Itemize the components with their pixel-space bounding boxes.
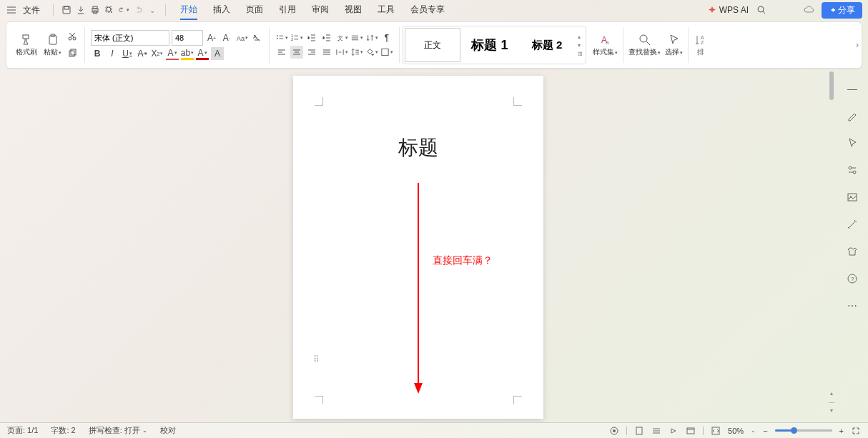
page-indicator[interactable]: 页面: 1/1 — [7, 425, 38, 436]
font-family-select[interactable] — [91, 30, 169, 46]
reading-view-icon[interactable] — [669, 426, 679, 436]
tools-icon[interactable] — [845, 217, 859, 232]
tab-start[interactable]: 开始 — [180, 1, 197, 20]
tab-insert[interactable]: 插入 — [213, 1, 230, 20]
zoom-in-icon[interactable]: + — [839, 427, 844, 435]
image-icon[interactable] — [845, 190, 859, 204]
file-menu[interactable]: 文件 — [23, 4, 40, 16]
decrease-font-icon[interactable]: A- — [220, 31, 233, 44]
ribbon-expand-icon[interactable]: › — [856, 40, 859, 50]
wps-ai-button[interactable]: WPS AI — [708, 5, 749, 15]
shirt-icon[interactable] — [845, 244, 859, 259]
focus-mode-icon[interactable] — [609, 426, 619, 436]
change-case-icon[interactable]: Aa — [235, 31, 248, 44]
scroll-down-icon[interactable]: ▾ — [828, 407, 835, 414]
web-view-icon[interactable] — [686, 426, 696, 436]
clear-format-icon[interactable]: A — [250, 31, 263, 44]
settings-icon[interactable] — [845, 163, 859, 177]
shading-icon[interactable] — [365, 46, 378, 59]
zoom-slider[interactable] — [775, 429, 832, 432]
scroll-sep-icon[interactable]: — — [828, 399, 835, 405]
zoom-dropdown-icon[interactable]: ⌄ — [751, 427, 756, 434]
font-effect-icon[interactable]: A — [166, 47, 179, 60]
fit-width-icon[interactable] — [711, 426, 721, 436]
italic-icon[interactable]: I — [106, 47, 119, 60]
strikethrough-icon[interactable]: A — [136, 47, 149, 60]
show-marks-icon[interactable]: ¶ — [380, 31, 393, 44]
outline-view-icon[interactable] — [651, 426, 661, 436]
zoom-knob[interactable] — [791, 427, 797, 434]
export-icon[interactable] — [75, 4, 87, 16]
hamburger-icon[interactable] — [6, 4, 17, 16]
paste-button[interactable]: 粘贴 — [41, 31, 64, 59]
vertical-scrollbar[interactable]: ▴ — ▾ — [828, 71, 835, 419]
style-set-button[interactable]: Aa 样式集 — [591, 31, 620, 59]
align-left-icon[interactable] — [275, 46, 288, 59]
cut-icon[interactable] — [66, 30, 79, 43]
find-replace-button[interactable]: 查找替换 — [626, 31, 663, 59]
page-view-icon[interactable] — [634, 426, 644, 436]
align-center-icon[interactable] — [290, 46, 303, 59]
style-up-icon[interactable]: ▴ — [576, 33, 584, 41]
bold-icon[interactable]: B — [91, 47, 104, 60]
word-count[interactable]: 字数: 2 — [51, 425, 75, 436]
more-icon[interactable]: ⋯ — [845, 299, 859, 313]
zoom-out-icon[interactable]: − — [763, 427, 767, 435]
font-size-select[interactable] — [172, 30, 203, 46]
share-button[interactable]: 分享 — [822, 2, 862, 19]
save-icon[interactable] — [61, 4, 72, 16]
increase-indent-icon[interactable] — [320, 31, 333, 44]
tab-view[interactable]: 视图 — [345, 1, 362, 20]
document-page[interactable]: 标题 ⠿ 直接回车满？ — [293, 76, 543, 419]
drag-handle-icon[interactable]: ⠿ — [313, 354, 318, 364]
style-heading1[interactable]: 标题 1 — [462, 28, 518, 62]
sort-icon[interactable] — [365, 31, 378, 44]
zoom-value[interactable]: 50% — [728, 427, 744, 435]
border-icon[interactable] — [380, 46, 393, 59]
decrease-indent-icon[interactable] — [305, 31, 318, 44]
highlight-icon[interactable]: ab — [181, 47, 194, 60]
align-justify-icon[interactable] — [320, 46, 333, 59]
print-preview-icon[interactable] — [104, 4, 115, 16]
tab-tools[interactable]: 工具 — [378, 1, 395, 20]
align-right-icon[interactable] — [305, 46, 318, 59]
style-more-icon[interactable]: ⊞ — [576, 50, 584, 58]
document-title-text[interactable]: 标题 — [293, 134, 543, 161]
document-canvas[interactable]: 标题 ⠿ 直接回车满？ — [0, 69, 837, 422]
sort-button[interactable]: AZ 排 — [691, 31, 710, 59]
print-icon[interactable] — [89, 4, 101, 16]
spellcheck-status[interactable]: 拼写检查: 打开 ⌄ — [89, 425, 147, 436]
style-down-icon[interactable]: ▾ — [576, 41, 584, 49]
tab-reference[interactable]: 引用 — [279, 1, 296, 20]
select-button[interactable]: 选择 — [663, 31, 685, 59]
font-color-icon[interactable]: A — [196, 47, 209, 60]
superscript-icon[interactable]: X2 — [151, 47, 164, 60]
copy-icon[interactable] — [66, 47, 79, 60]
tab-review[interactable]: 审阅 — [312, 1, 329, 20]
text-direction-icon[interactable]: 文 — [335, 31, 348, 44]
cursor-icon[interactable] — [845, 136, 859, 150]
align-distribute-icon[interactable] — [350, 31, 363, 44]
underline-icon[interactable]: U — [121, 47, 134, 60]
cloud-icon[interactable] — [803, 4, 814, 16]
number-list-icon[interactable]: 12 — [290, 31, 303, 44]
style-heading2[interactable]: 标题 2 — [519, 28, 575, 62]
style-body[interactable]: 正文 — [405, 28, 460, 62]
undo-icon[interactable] — [118, 4, 129, 16]
scroll-up-icon[interactable]: ▴ — [828, 390, 835, 397]
more-qat-icon[interactable]: ⌄ — [147, 4, 158, 16]
pen-icon[interactable] — [845, 109, 859, 123]
proofing-status[interactable]: 校对 — [160, 425, 176, 436]
fullscreen-icon[interactable] — [851, 426, 861, 436]
tab-page[interactable]: 页面 — [246, 1, 263, 20]
tab-member[interactable]: 会员专享 — [410, 1, 445, 20]
increase-font-icon[interactable]: A+ — [205, 31, 218, 44]
line-spacing-icon[interactable] — [350, 46, 363, 59]
format-painter-button[interactable]: 格式刷 — [14, 31, 39, 59]
redo-icon[interactable] — [132, 4, 144, 16]
distribute-icon[interactable] — [335, 46, 348, 59]
minus-icon[interactable]: — — [845, 81, 859, 96]
search-icon[interactable] — [756, 4, 767, 16]
help-icon[interactable]: ? — [845, 272, 859, 286]
font-background-icon[interactable]: A — [211, 47, 224, 60]
